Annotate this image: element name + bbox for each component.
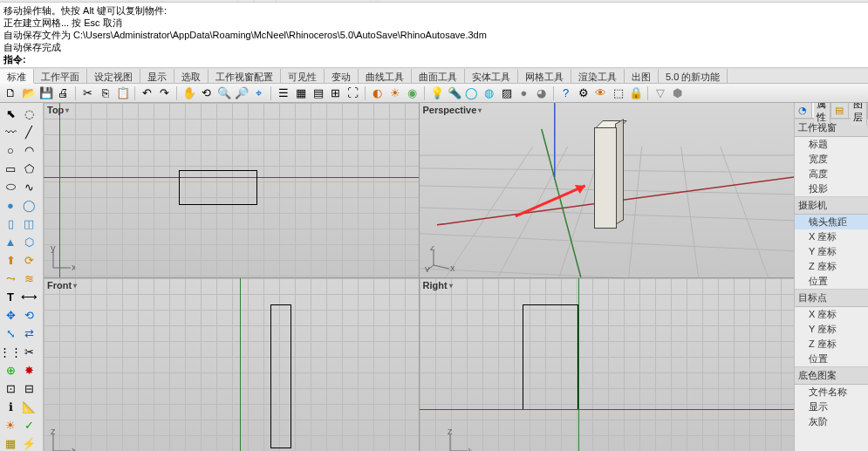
panel-tab-properties[interactable]: ◔属性 [795, 103, 831, 118]
revolve-icon[interactable]: ⟳ [20, 251, 38, 269]
cone-icon[interactable]: ▲ [2, 233, 19, 250]
object-3d-box[interactable] [594, 120, 624, 225]
pipe-icon[interactable]: ⬡ [20, 233, 38, 250]
cylinder-icon[interactable]: ▯ [2, 215, 19, 232]
redo-icon[interactable]: ↷ [157, 85, 172, 100]
extrude-icon[interactable]: ⬆ [2, 251, 19, 269]
render-tool-icon[interactable]: ☀ [2, 416, 19, 434]
move-icon[interactable]: ✥ [2, 306, 19, 324]
tab-transform[interactable]: 变动 [325, 69, 359, 83]
dropdown-icon[interactable]: ▾ [449, 282, 453, 290]
tab-curve[interactable]: 曲线工具 [359, 69, 412, 83]
torus-icon[interactable]: ◯ [20, 196, 38, 214]
copy-icon[interactable]: ⎘ [98, 85, 113, 100]
save-icon[interactable]: 💾 [38, 85, 53, 100]
text-icon[interactable]: T [2, 288, 19, 305]
box-icon[interactable]: ◫ [20, 215, 38, 232]
polyline-icon[interactable]: 〰 [2, 123, 19, 140]
tab-visibility[interactable]: 可见性 [281, 69, 325, 83]
lock-icon[interactable]: 🔒 [628, 85, 643, 100]
analyze-icon[interactable]: 📐 [20, 398, 38, 415]
prop-gray[interactable]: 灰阶 [795, 414, 868, 429]
cplane-tool-icon[interactable]: ▦ [2, 434, 19, 451]
trim-icon[interactable]: ✂ [20, 343, 38, 360]
prop-show[interactable]: 显示 [795, 400, 868, 414]
options-icon[interactable]: ⚙ [576, 85, 591, 100]
tab-draft[interactable]: 出图 [625, 69, 659, 83]
zoom-sel-icon[interactable]: ⌖ [251, 85, 266, 100]
sweep-icon[interactable]: ⤳ [2, 270, 19, 287]
mirror-icon[interactable]: ⇄ [20, 325, 38, 342]
tab-setview[interactable]: 设定视图 [87, 69, 140, 83]
paste-icon[interactable]: 📋 [115, 85, 130, 100]
prop-tgt-z[interactable]: Z 座标 [795, 337, 868, 352]
check-icon[interactable]: ✓ [20, 416, 38, 434]
arc-icon[interactable]: ◠ [20, 141, 38, 159]
render-preview-icon[interactable]: ◉ [405, 85, 420, 100]
sphere-tool-icon[interactable]: ● [2, 196, 19, 214]
light-icon[interactable]: 💡 [429, 85, 444, 100]
join-icon[interactable]: ⊕ [2, 361, 19, 379]
viewport-title-perspective[interactable]: Perspective▾ [423, 105, 482, 115]
tab-viewport[interactable]: 工作视窗配置 [208, 69, 281, 83]
dropdown-icon[interactable]: ▾ [73, 282, 77, 290]
viewport-perspective[interactable]: Perspective▾ xyz [420, 103, 795, 277]
viewport-title-right[interactable]: Right▾ [423, 280, 453, 290]
panel-tab-layers[interactable]: ▤图层 [831, 103, 868, 118]
env-icon[interactable]: ◍ [482, 85, 496, 100]
prop-filename[interactable]: 文件名称 [795, 385, 868, 400]
filter-icon[interactable]: ▽ [653, 85, 667, 100]
texture-icon[interactable]: ▨ [499, 85, 514, 100]
tab-solid[interactable]: 实体工具 [465, 69, 518, 83]
rotate-icon[interactable]: ⟲ [199, 85, 214, 100]
tab-select[interactable]: 选取 [174, 69, 208, 83]
curve-icon[interactable]: ∿ [20, 178, 38, 195]
prop-tgt-y[interactable]: Y 座标 [795, 322, 868, 337]
render-icon[interactable]: ☀ [387, 85, 402, 100]
tab-render[interactable]: 渲染工具 [571, 69, 625, 83]
prop-cam-z[interactable]: Z 座标 [795, 259, 868, 274]
polygon-icon[interactable]: ⬠ [20, 160, 38, 177]
prop-title[interactable]: 标题 [795, 137, 868, 152]
prop-tgt-x[interactable]: X 座标 [795, 307, 868, 322]
tab-surface[interactable]: 曲面工具 [412, 69, 465, 83]
viewport-right[interactable]: Right▾ yz [420, 278, 795, 451]
zoom-ext-icon[interactable]: 🔎 [234, 85, 249, 100]
rotate-tool-icon[interactable]: ⟲ [20, 306, 38, 324]
new-icon[interactable]: 🗋 [3, 85, 18, 100]
scale-icon[interactable]: ⤡ [2, 325, 19, 342]
maximize-icon[interactable]: ⛶ [345, 85, 360, 100]
sphere2-icon[interactable]: ◕ [534, 85, 549, 100]
material-icon[interactable]: ◯ [464, 85, 479, 100]
group-icon[interactable]: ⊡ [2, 379, 19, 397]
viewport-layout-icon[interactable]: ⊞ [328, 85, 343, 100]
cut-icon[interactable]: ✂ [80, 85, 95, 100]
prop-cam-x[interactable]: X 座标 [795, 229, 868, 244]
rect-icon[interactable]: ▭ [2, 160, 19, 177]
spotlight-icon[interactable]: 🔦 [447, 85, 461, 100]
lasso-icon[interactable]: ◌ [20, 105, 38, 122]
tab-cplane[interactable]: 工作平面 [34, 69, 87, 83]
tab-standard[interactable]: 标准 [0, 69, 34, 84]
tab-display[interactable]: 显示 [140, 69, 174, 83]
ellipse-icon[interactable]: ⬭ [2, 178, 19, 195]
dropdown-icon[interactable]: ▾ [478, 106, 482, 114]
circle-icon[interactable]: ○ [2, 141, 19, 159]
tab-new[interactable]: 5.0 的新功能 [659, 69, 728, 83]
prop-tgt-pos[interactable]: 位置 [795, 352, 868, 366]
cplane-icon[interactable]: ▦ [293, 85, 308, 100]
prop-projection[interactable]: 投影 [795, 181, 868, 196]
line-icon[interactable]: ╱ [20, 123, 38, 140]
layers-icon[interactable]: ☰ [276, 85, 290, 100]
prop-cam-y[interactable]: Y 座标 [795, 244, 868, 259]
shade-icon[interactable]: ◐ [370, 85, 385, 100]
explode-icon[interactable]: ✸ [20, 361, 38, 379]
help-icon[interactable]: ? [558, 85, 573, 100]
named-view-icon[interactable]: ▤ [311, 85, 325, 100]
prop-cam-pos[interactable]: 位置 [795, 274, 868, 289]
loft-icon[interactable]: ≋ [20, 270, 38, 287]
object-front-view[interactable] [270, 304, 291, 448]
object-top-view[interactable] [179, 170, 257, 205]
pan-icon[interactable]: ✋ [181, 85, 196, 100]
dropdown-icon[interactable]: ▾ [65, 106, 69, 114]
